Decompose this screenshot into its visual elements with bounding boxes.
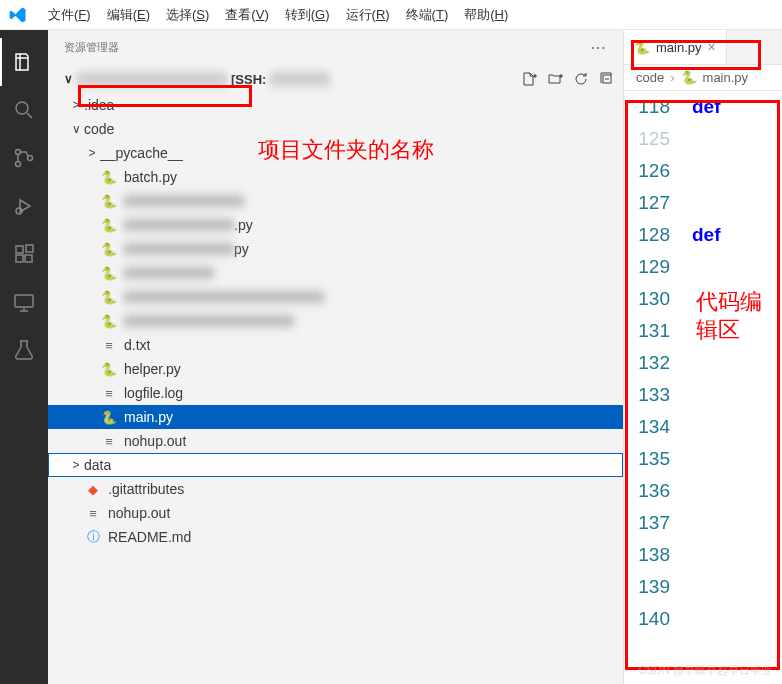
file-label: .gitattributes xyxy=(108,481,184,497)
line-number: 140 xyxy=(624,603,670,635)
python-file-icon: 🐍 xyxy=(100,216,118,234)
new-folder-icon[interactable] xyxy=(547,71,563,87)
tree-row[interactable]: 🐍 xyxy=(48,189,623,213)
code-editor[interactable]: 1181251261271281291301311321331341351361… xyxy=(624,91,782,684)
menu-item[interactable]: 运行(R) xyxy=(338,6,398,24)
file-label: data xyxy=(84,457,111,473)
menu-item[interactable]: 选择(S) xyxy=(158,6,217,24)
line-number: 134 xyxy=(624,411,670,443)
tree-row[interactable]: ◆.gitattributes xyxy=(48,477,623,501)
activity-testing-icon[interactable] xyxy=(0,326,48,374)
tree-row[interactable]: 🐍 xyxy=(48,261,623,285)
menu-item[interactable]: 查看(V) xyxy=(217,6,276,24)
code-line[interactable] xyxy=(692,411,782,443)
code-line[interactable] xyxy=(692,475,782,507)
collapse-all-icon[interactable] xyxy=(599,71,615,87)
breadcrumb-part[interactable]: main.py xyxy=(703,70,749,85)
breadcrumb[interactable]: code › 🐍 main.py xyxy=(624,65,782,91)
tree-row[interactable]: >data xyxy=(48,453,623,477)
code-line[interactable] xyxy=(692,155,782,187)
menu-item[interactable]: 编辑(E) xyxy=(99,6,158,24)
sidebar-more-icon[interactable]: ⋯ xyxy=(590,38,607,57)
workspace-suffix: [SSH: xyxy=(231,72,266,87)
code-line[interactable] xyxy=(692,123,782,155)
line-number: 137 xyxy=(624,507,670,539)
file-label: nohup.out xyxy=(124,433,186,449)
file-label: nohup.out xyxy=(108,505,170,521)
tree-row[interactable]: 🐍.py xyxy=(48,213,623,237)
menu-item[interactable]: 帮助(H) xyxy=(456,6,516,24)
editor-area: 🐍 main.py × code › 🐍 main.py 11812512612… xyxy=(623,30,782,684)
file-label: d.txt xyxy=(124,337,150,353)
tree-row[interactable]: ≡logfile.log xyxy=(48,381,623,405)
activity-explorer-icon[interactable] xyxy=(0,38,48,86)
line-number: 125 xyxy=(624,123,670,155)
tree-row[interactable]: >__pycache__ xyxy=(48,141,623,165)
close-tab-icon[interactable]: × xyxy=(708,39,716,55)
code-line[interactable] xyxy=(692,347,782,379)
tree-row[interactable]: ∨code xyxy=(48,117,623,141)
svg-rect-7 xyxy=(25,255,32,262)
menu-item[interactable]: 文件(F) xyxy=(40,6,99,24)
svg-point-3 xyxy=(28,156,33,161)
code-line[interactable] xyxy=(692,379,782,411)
python-file-icon: 🐍 xyxy=(100,192,118,210)
code-line[interactable] xyxy=(692,603,782,635)
code-line[interactable] xyxy=(692,251,782,283)
breadcrumb-part[interactable]: code xyxy=(636,70,664,85)
code-line[interactable] xyxy=(692,187,782,219)
code-line[interactable] xyxy=(692,539,782,571)
code-line[interactable] xyxy=(692,283,782,315)
activity-debug-icon[interactable] xyxy=(0,182,48,230)
text-file-icon: ≡ xyxy=(100,432,118,450)
tree-row[interactable]: ⓘREADME.md xyxy=(48,525,623,549)
code-line[interactable]: def xyxy=(692,219,782,251)
workspace-host-blurred xyxy=(270,72,330,86)
line-number: 132 xyxy=(624,347,670,379)
file-label: README.md xyxy=(108,529,191,545)
chevron-down-icon: ∨ xyxy=(64,72,73,86)
tree-row[interactable]: 🐍 xyxy=(48,309,623,333)
code-line[interactable] xyxy=(692,315,782,347)
chevron-right-icon: › xyxy=(670,70,674,85)
code-content[interactable]: def def xyxy=(680,91,782,684)
tree-row[interactable]: 🐍py xyxy=(48,237,623,261)
sidebar-header: 资源管理器 ⋯ xyxy=(48,30,623,65)
new-file-icon[interactable] xyxy=(521,71,537,87)
activity-remote-icon[interactable] xyxy=(0,278,48,326)
activity-extensions-icon[interactable] xyxy=(0,230,48,278)
editor-tab-main-py[interactable]: 🐍 main.py × xyxy=(624,30,727,64)
tree-row[interactable]: >.idea xyxy=(48,93,623,117)
tree-row[interactable]: 🐍helper.py xyxy=(48,357,623,381)
refresh-icon[interactable] xyxy=(573,71,589,87)
tree-row[interactable]: ≡nohup.out xyxy=(48,429,623,453)
tree-row[interactable]: ≡nohup.out xyxy=(48,501,623,525)
svg-point-2 xyxy=(16,162,21,167)
file-label-blurred xyxy=(124,195,244,207)
line-number: 135 xyxy=(624,443,670,475)
code-line[interactable] xyxy=(692,571,782,603)
code-line[interactable] xyxy=(692,507,782,539)
line-number: 138 xyxy=(624,539,670,571)
tree-row[interactable]: 🐍main.py xyxy=(48,405,623,429)
activity-source-control-icon[interactable] xyxy=(0,134,48,182)
vscode-logo-icon xyxy=(8,5,28,25)
code-line[interactable]: def xyxy=(692,91,782,123)
svg-rect-6 xyxy=(16,255,23,262)
sidebar-title: 资源管理器 xyxy=(64,40,119,55)
tree-row[interactable]: 🐍 xyxy=(48,285,623,309)
file-label: batch.py xyxy=(124,169,177,185)
line-number: 130 xyxy=(624,283,670,315)
menu-item[interactable]: 转到(G) xyxy=(277,6,338,24)
code-line[interactable] xyxy=(692,443,782,475)
tree-row[interactable]: 🐍batch.py xyxy=(48,165,623,189)
line-number: 133 xyxy=(624,379,670,411)
tree-row[interactable]: ≡d.txt xyxy=(48,333,623,357)
file-label: logfile.log xyxy=(124,385,183,401)
editor-tabs: 🐍 main.py × xyxy=(624,30,782,65)
workspace-header[interactable]: ∨ [SSH: xyxy=(48,65,623,93)
python-file-icon: 🐍 xyxy=(100,288,118,306)
menu-item[interactable]: 终端(T) xyxy=(398,6,457,24)
activity-search-icon[interactable] xyxy=(0,86,48,134)
text-file-icon: ≡ xyxy=(84,504,102,522)
